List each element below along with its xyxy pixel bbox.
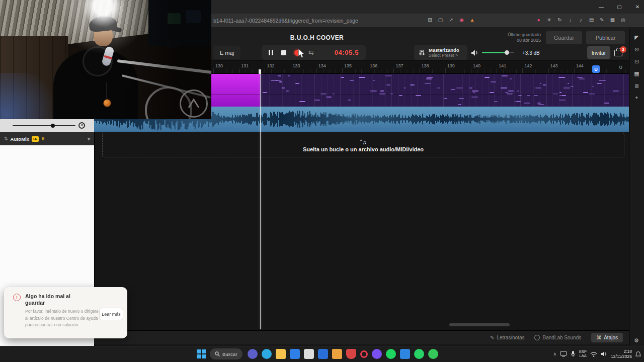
taskbar-app-mail[interactable] <box>318 349 328 359</box>
collections-icon[interactable]: ▦ <box>609 17 616 23</box>
ruler-label: 144 <box>576 63 584 68</box>
midi-note <box>543 84 546 85</box>
display-icon[interactable]: ⊡ <box>630 56 644 67</box>
ruler-label: 133 <box>293 63 300 68</box>
cast-icon[interactable] <box>560 351 567 357</box>
midi-note <box>535 87 541 88</box>
video-icon[interactable]: ⊙ <box>630 44 644 55</box>
taskbar-app-app-purple[interactable] <box>372 349 382 359</box>
adblock-badge-icon[interactable]: ◉ <box>458 17 465 23</box>
notification-bell-icon[interactable] <box>635 351 641 357</box>
file-dropzone[interactable]: +♫ Suelta un bucle o un archivo audio/MI… <box>102 133 624 157</box>
share-icon[interactable]: ↗ <box>448 17 454 23</box>
chevron-down-icon[interactable]: ▾ <box>88 136 90 142</box>
warning-icon[interactable]: ▲ <box>469 17 475 23</box>
taskbar-app-folder-orange[interactable] <box>332 349 342 359</box>
track-volume-slider[interactable] <box>13 125 75 126</box>
lyrics-button[interactable]: ✎ Letras/notas <box>490 335 524 340</box>
taskbar-app-whatsapp[interactable] <box>414 349 424 359</box>
pause-button[interactable] <box>269 50 273 55</box>
minimize-button[interactable]: — <box>596 4 606 10</box>
midi-note <box>491 81 496 82</box>
taskbar-app-opera[interactable] <box>360 350 368 358</box>
mastering-button[interactable]: Masterizando Select Preset > <box>414 45 467 60</box>
history-icon[interactable]: ↻ <box>556 17 563 23</box>
midi-note <box>456 87 463 88</box>
volume-tray-icon[interactable] <box>601 351 607 357</box>
taskbar-app-app-blue[interactable] <box>400 349 410 359</box>
ruler-tick <box>239 68 239 73</box>
taskbar-app-app-light[interactable] <box>304 349 314 359</box>
ruler-label: 136 <box>370 63 377 68</box>
taskbar-search[interactable]: Buscar <box>210 348 243 359</box>
taskbar-app-teams[interactable] <box>248 349 258 359</box>
playhead-marker[interactable] <box>259 69 261 74</box>
master-volume-knob[interactable] <box>505 50 509 55</box>
mixer-icon[interactable]: ≣ <box>630 80 644 91</box>
tray-chevron-up-icon[interactable]: ∧ <box>553 351 556 356</box>
midi-note <box>282 87 285 88</box>
piano-icon[interactable]: ▦ <box>630 68 644 79</box>
automix-row[interactable]: ⇅ AutoMix IA ♛ ▾ <box>0 132 94 145</box>
ruler-tick <box>393 68 394 73</box>
downloads-icon[interactable]: ↓ <box>567 17 574 23</box>
taskbar-app-file-explorer[interactable] <box>276 349 286 359</box>
stop-button[interactable] <box>281 50 286 55</box>
midi-note <box>613 90 618 92</box>
maximize-button[interactable]: ▢ <box>614 4 624 10</box>
apps-grid-icon[interactable]: ⊞ <box>427 17 433 23</box>
read-more-button[interactable]: Leer más <box>99 308 123 320</box>
find-icon[interactable]: ◎ <box>620 17 626 23</box>
pointer-tool-icon[interactable]: ◤ <box>630 32 644 43</box>
taskbar-clock[interactable]: 2:18 12/11/2025 <box>611 349 632 359</box>
track-volume-knob[interactable] <box>51 124 55 128</box>
collaborator-badge[interactable]: U <box>592 65 600 73</box>
midi-note <box>510 78 512 79</box>
crown-icon: ♛ <box>41 136 45 141</box>
tab-preview-icon[interactable]: ▢ <box>437 17 444 23</box>
stopwatch-icon[interactable] <box>78 122 85 129</box>
mic-tray-icon[interactable] <box>571 350 576 357</box>
ruler-label: 131 <box>241 63 249 68</box>
midi-note <box>404 87 406 88</box>
media-control-icon[interactable]: ♪ <box>578 17 584 23</box>
ruler-label: 137 <box>395 63 403 68</box>
invite-button[interactable]: Invitar <box>587 46 610 59</box>
settings-gear-icon[interactable]: ⚙ <box>629 335 643 346</box>
playhead-line[interactable] <box>260 74 261 329</box>
publish-button[interactable]: Publicar <box>586 31 625 44</box>
midi-note <box>538 103 540 104</box>
extensions-icon[interactable]: ✳ <box>546 17 552 23</box>
close-button[interactable]: ✕ <box>632 4 642 10</box>
sidebar-icon[interactable]: ▤ <box>588 17 595 23</box>
sounds-label: BandLab Sounds <box>542 335 581 340</box>
toast-title: Algo ha ido mal al guardar <box>25 293 86 306</box>
horizontal-scrollbar[interactable] <box>449 323 510 326</box>
taskbar-app-shield-red[interactable] <box>346 349 356 359</box>
shortcuts-button[interactable]: ⌘ Atajos <box>591 333 623 342</box>
taskbar-app-spotify[interactable] <box>386 349 396 359</box>
key-signature-button[interactable]: E maj <box>213 46 240 59</box>
taskbar-app-edge[interactable] <box>262 349 272 359</box>
add-track-icon[interactable]: + <box>630 92 644 103</box>
loop-button[interactable]: ⇆ <box>308 50 314 56</box>
language-indicator[interactable]: ESP LAA <box>579 350 587 358</box>
webcam-overlay[interactable] <box>0 0 211 119</box>
volume-db-value: +3.3 dB <box>522 50 540 56</box>
taskbar-apps <box>248 349 438 359</box>
start-button[interactable] <box>197 349 206 358</box>
profile-avatar-icon[interactable]: ● <box>535 17 542 23</box>
midi-note <box>451 89 455 90</box>
ruler-tick <box>213 68 214 73</box>
url-text[interactable]: b14-f011-aaa7-0022484892d6&triggered_fro… <box>213 18 415 24</box>
midi-note <box>501 87 507 88</box>
taskbar-app-store[interactable] <box>290 349 300 359</box>
taskbar-app-app-green[interactable] <box>428 349 438 359</box>
wifi-icon[interactable] <box>590 351 597 357</box>
speaker-icon[interactable] <box>471 49 479 56</box>
midi-track-region[interactable] <box>211 74 629 107</box>
notes-icon[interactable]: ✎ <box>599 17 605 23</box>
save-button[interactable]: Guardar <box>546 31 582 44</box>
snap-icon[interactable]: ∪ <box>619 64 623 70</box>
sounds-button[interactable]: BandLab Sounds <box>534 335 581 340</box>
